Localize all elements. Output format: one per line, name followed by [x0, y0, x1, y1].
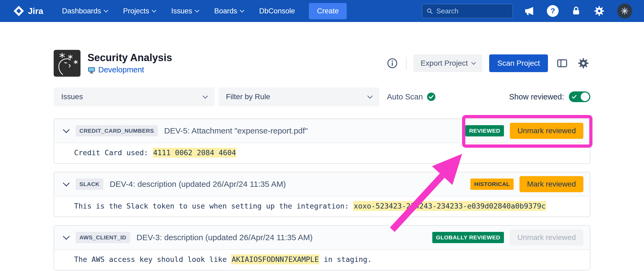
lock-icon[interactable] [571, 6, 581, 16]
rule-badge: AWS_CLIENT_ID [76, 232, 130, 243]
user-avatar[interactable] [617, 3, 632, 18]
help-icon[interactable]: ? [547, 5, 559, 17]
secret-value: 4111 0062 2084 4604 [153, 148, 237, 158]
show-reviewed-toggle[interactable] [569, 91, 590, 102]
finding-header: SLACK DEV-4: description (updated 26/Apr… [54, 172, 590, 196]
sidebar-layout-icon[interactable] [555, 56, 569, 70]
scan-project-button[interactable]: Scan Project [489, 54, 548, 72]
nav-label: DbConsole [259, 7, 295, 15]
issues-dropdown-value: Issues [61, 92, 83, 101]
unmark-reviewed-button-disabled: Unmark reviewed [510, 229, 583, 246]
mark-reviewed-button[interactable]: Mark reviewed [519, 176, 583, 192]
top-navbar: Jira Dashboards Projects Issues Boards D… [0, 0, 644, 22]
project-breadcrumb: Development [87, 65, 172, 74]
finding-content: The AWS access key should look like AKIA… [54, 250, 590, 270]
nav-projects[interactable]: Projects [123, 7, 156, 15]
check-icon [571, 94, 577, 100]
finding-title: DEV-5: Attachment "expense-report.pdf" [164, 126, 308, 135]
show-reviewed-control: Show reviewed: [509, 91, 590, 102]
nav-dbconsole[interactable]: DbConsole [259, 7, 295, 15]
finding-content: Credit Card used: 4111 0062 2084 4604 [54, 143, 590, 163]
nav-label: Issues [171, 7, 192, 15]
finding-content: This is the Slack token to use when sett… [54, 196, 590, 217]
brand-name: Jira [28, 6, 43, 16]
content-text: Credit Card used: [74, 149, 153, 157]
finding-header: CREDIT_CARD_NUMBERS DEV-5: Attachment "e… [54, 119, 590, 143]
title-block: Security Analysis Development [87, 52, 172, 75]
export-project-button[interactable]: Export Project [414, 54, 482, 72]
finding-title: DEV-3: description (updated 26/Apr/24 11… [137, 233, 313, 242]
project-link[interactable]: Development [98, 65, 144, 74]
gear-icon[interactable] [594, 5, 605, 17]
info-icon[interactable] [386, 57, 399, 70]
status-badge: GLOBALLY REVIEWED [432, 232, 504, 243]
divider [406, 57, 407, 69]
chevron-down-icon [195, 8, 199, 12]
chevron-down-icon [152, 8, 156, 12]
navbar-search[interactable] [422, 4, 513, 18]
content-text: This is the Slack token to use when sett… [74, 202, 353, 210]
rule-badge: SLACK [76, 179, 103, 190]
page-title: Security Analysis [87, 52, 172, 64]
chevron-down-icon [104, 8, 108, 12]
check-circle-icon [427, 92, 436, 101]
auto-scan-label: Auto Scan [387, 92, 423, 101]
findings-list: CREDIT_CARD_NUMBERS DEV-5: Attachment "e… [0, 118, 644, 270]
chevron-down-icon [240, 8, 244, 12]
nav-boards[interactable]: Boards [214, 7, 244, 15]
finding-title: DEV-4: description (updated 26/Apr/24 11… [110, 180, 286, 189]
export-label: Export Project [420, 59, 468, 68]
issues-dropdown[interactable]: Issues [54, 87, 215, 106]
nav-dashboards[interactable]: Dashboards [62, 7, 108, 15]
chevron-down-icon [367, 93, 373, 99]
project-avatar [54, 50, 80, 77]
project-type-icon [87, 66, 96, 74]
status-badge: HISTORICAL [470, 179, 514, 190]
nav-label: Dashboards [62, 7, 101, 15]
nav-label: Boards [214, 7, 237, 15]
chevron-down-icon[interactable] [63, 180, 69, 186]
chevron-down-icon [203, 93, 208, 99]
filter-by-rule-dropdown[interactable]: Filter by Rule [218, 87, 379, 106]
filter-row: Issues Filter by Rule Auto Scan Show rev… [54, 87, 590, 106]
jira-mark-icon [13, 5, 25, 17]
navbar-icon-cluster: ? [524, 3, 632, 18]
content-text: in staging. [319, 255, 372, 263]
announcement-icon[interactable] [524, 6, 535, 16]
jira-logo[interactable]: Jira [13, 5, 43, 17]
finding-header: AWS_CLIENT_ID DEV-3: description (update… [54, 226, 590, 250]
finding-card-slack: SLACK DEV-4: description (updated 26/Apr… [54, 172, 590, 217]
unmark-reviewed-button[interactable]: Unmark reviewed [510, 123, 583, 139]
chevron-down-icon[interactable] [63, 233, 69, 240]
avatar-pattern-icon [620, 7, 629, 15]
create-button[interactable]: Create [309, 3, 347, 19]
search-input[interactable] [436, 7, 509, 16]
nav-label: Projects [123, 7, 149, 15]
content-text: The AWS access key should look like [74, 255, 231, 263]
secret-value: AKIAIOSFODNN7EXAMPLE [231, 254, 319, 264]
toggle-knob [581, 92, 589, 101]
header-actions: Export Project Scan Project [386, 54, 590, 72]
nav-issues[interactable]: Issues [171, 7, 199, 15]
chevron-down-icon[interactable] [63, 126, 69, 133]
status-badge: REVIEWED [465, 125, 504, 136]
finding-card-aws: AWS_CLIENT_ID DEV-3: description (update… [54, 225, 590, 270]
rule-badge: CREDIT_CARD_NUMBERS [76, 125, 158, 136]
chevron-down-icon [471, 60, 476, 65]
settings-gear-icon[interactable] [576, 56, 590, 70]
rule-dropdown-value: Filter by Rule [226, 92, 270, 101]
show-reviewed-label: Show reviewed: [509, 92, 564, 101]
auto-scan-status: Auto Scan [387, 92, 436, 101]
secret-value: xoxo-523423-234243-234233-e039d02840a0b9… [353, 201, 546, 211]
finding-card-credit-card: CREDIT_CARD_NUMBERS DEV-5: Attachment "e… [54, 118, 590, 164]
search-icon [426, 7, 433, 15]
project-header: Security Analysis Development Export Pro… [54, 50, 590, 77]
